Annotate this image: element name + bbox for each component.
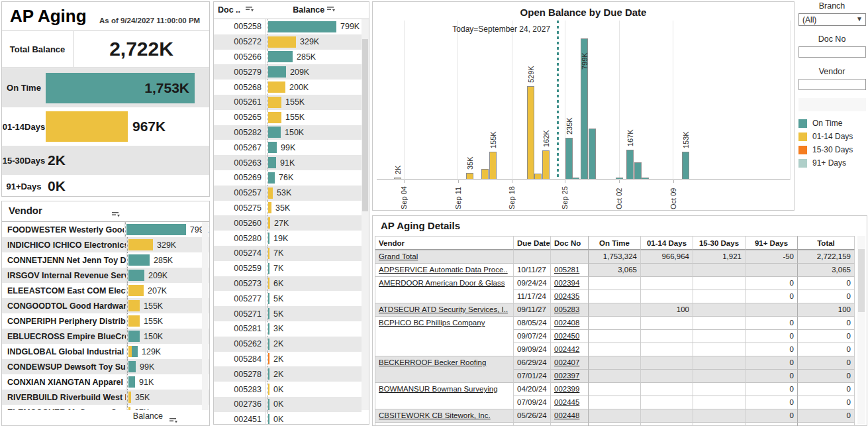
doc-bar[interactable] [268,51,293,62]
vendor-name[interactable]: IRSGOV Internal Revenue Servic.. [2,271,126,280]
details-docno-cell[interactable]: 002435 [551,290,589,303]
doc-number[interactable]: 005263 [214,158,265,168]
chart-bar[interactable] [642,178,649,179]
doc-bar[interactable] [268,339,269,350]
details-docno-cell[interactable]: 002399 [551,382,589,396]
vendor-bar-segment[interactable] [128,392,131,403]
doc-number[interactable]: 005281 [214,324,265,333]
sort-icon[interactable] [112,209,120,221]
details-vendor-cell[interactable]: BECKERROOF Becker Roofing [375,356,514,382]
details-docno-cell[interactable]: 002448 [551,409,589,422]
legend-item[interactable]: 15-30 Days [796,143,868,156]
chart-bar[interactable] [616,178,623,179]
details-header-cell[interactable]: Vendor [375,236,514,250]
doc-bar[interactable] [268,293,269,304]
doc-bar[interactable] [268,36,296,48]
sort-icon[interactable] [246,5,254,15]
branch-dropdown[interactable]: (All) ▼ [798,13,866,26]
vendor-name[interactable]: INDICHICO ICHICO Electronics In.. [2,240,126,250]
sort-icon[interactable] [327,5,335,15]
doc-number[interactable]: 005265 [214,113,265,122]
chart-bar[interactable] [527,86,534,179]
doc-number[interactable]: 005278 [214,370,265,379]
doc-number[interactable]: 005277 [214,294,265,303]
details-vendor-cell[interactable]: AMERDOOR American Door & Glass [375,276,514,303]
doc-number[interactable]: 005267 [214,143,265,152]
details-header-cell[interactable]: Doc No [551,236,589,250]
doc-number[interactable]: 005259 [214,264,265,273]
doc-number[interactable]: 005258 [214,22,265,31]
doc-bar[interactable] [268,81,285,93]
bucket-bar[interactable]: 1,753K [46,73,195,103]
doc-number[interactable]: 005273 [214,279,265,288]
doc-bar[interactable] [268,384,269,395]
vendor-name[interactable]: INDGLOBAL Global Industrial To.. [2,347,126,356]
doc-bar[interactable] [268,399,269,410]
details-vendor-cell[interactable] [375,422,514,426]
grand-total-label[interactable]: Grand Total [375,250,514,263]
doc-bar[interactable] [268,263,269,274]
details-docno-cell[interactable]: 002408 [551,316,589,329]
vendor-bar-segment[interactable] [128,239,153,250]
doc-bar[interactable] [268,248,269,259]
details-vendor-cell[interactable]: BOWMANSUR Bowman Surveying [375,382,514,409]
legend-item[interactable]: 91+ Days [796,156,868,170]
balance-column-header[interactable]: Balance [267,5,361,15]
doc-column-header[interactable]: Doc .. [218,5,254,15]
details-docno-cell[interactable]: 002397 [551,369,589,382]
details-docno-cell[interactable] [551,422,589,426]
doc-bar[interactable] [268,112,281,123]
vendor-bar-segment[interactable] [128,270,144,281]
legend-item[interactable]: On Time [796,117,868,130]
doc-bar[interactable] [268,127,281,138]
doc-number[interactable]: 005268 [214,83,265,92]
details-header-cell[interactable]: On Time [588,236,641,250]
doc-number[interactable]: 005280 [214,234,265,243]
doc-number[interactable]: 005272 [214,37,265,46]
doc-bar[interactable] [268,157,276,168]
details-vendor-cell[interactable]: ATDSECUR ATD Security Services, I.. [375,303,514,316]
doc-bar[interactable] [268,414,269,424]
vendor-name[interactable]: CONDEWSUP Dewsoft Toy Supply [2,362,126,372]
vendor-name[interactable]: RIVERBUILD Riverbuild West Re.. [2,393,126,402]
doc-number[interactable]: 002451 [214,415,265,424]
doc-scrollbar-thumb[interactable] [362,39,368,211]
details-header-cell[interactable]: 15-30 Days [693,236,746,250]
details-docno-cell[interactable]: 005281 [551,263,589,276]
doc-number[interactable]: 005262 [214,339,265,348]
details-header-cell[interactable]: 91+ Days [746,236,798,250]
doc-number[interactable]: 005274 [214,248,265,258]
doc-bar[interactable] [268,233,269,244]
details-vendor-cell[interactable]: CBSITEWORK CB Sitework, Inc. [375,409,514,422]
doc-number[interactable]: 005279 [214,68,265,77]
details-scrollbar-thumb[interactable] [858,249,865,312]
doc-number[interactable]: 005275 [214,203,265,213]
doc-bar[interactable] [268,323,269,335]
details-header-cell[interactable]: Due Date [514,236,551,250]
chart-bar[interactable] [534,174,542,179]
doc-bar[interactable] [268,187,273,199]
doc-bar[interactable] [268,308,269,319]
vendor-bar-segment[interactable] [128,315,140,327]
vendor-column-header[interactable]: Vendor [9,205,42,216]
details-docno-cell[interactable]: 002445 [551,396,589,409]
doc-number[interactable]: 005269 [214,173,265,182]
vendor-bar-segment[interactable] [132,346,138,357]
vendor-name[interactable]: EBLUECROSS Empire BlueCross .. [2,332,126,341]
details-header-cell[interactable]: 01-14 Days [641,236,693,250]
chart-bar[interactable] [565,138,573,179]
vendor-name[interactable]: CONPERIPH Periphery Distributi.. [2,317,126,326]
chart-bar[interactable] [634,162,642,179]
doc-number[interactable]: 005261 [214,97,265,107]
vendor-bar-segment[interactable] [128,361,136,372]
chart-bar[interactable] [481,169,489,179]
legend-item[interactable]: 01-14 Days [796,130,868,143]
doc-number[interactable]: 005260 [214,219,265,228]
details-docno-cell[interactable]: 002450 [551,329,589,343]
doc-bar[interactable] [268,278,269,289]
details-vendor-cell[interactable]: ADPSERVICE Automatic Data Proce.. [375,263,514,276]
doc-number[interactable]: 005266 [214,52,265,62]
doc-bar[interactable] [268,21,336,32]
vendor-scrollbar[interactable] [202,222,209,410]
vendor-bar-segment[interactable] [128,300,140,311]
